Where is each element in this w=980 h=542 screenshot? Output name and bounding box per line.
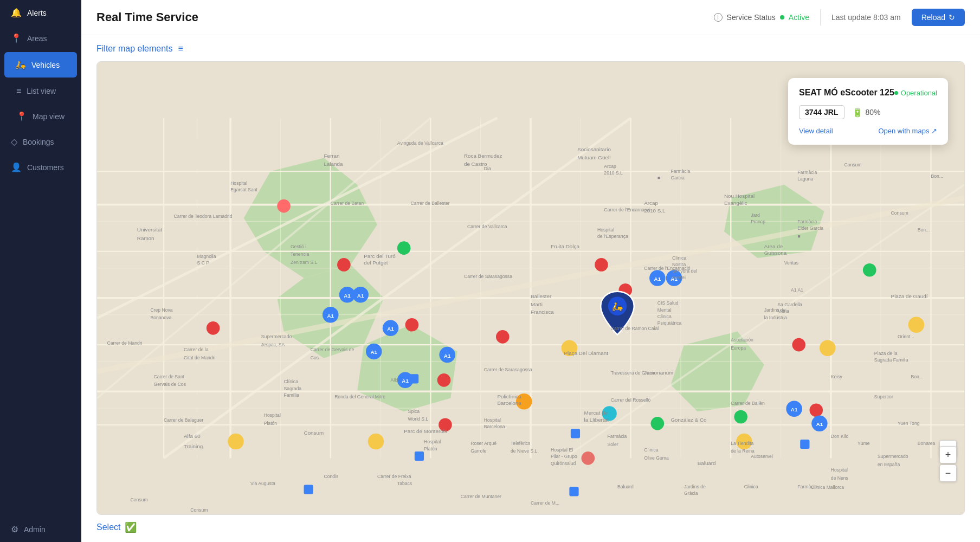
sidebar-item-map-view[interactable]: 📍 Map view xyxy=(0,104,81,129)
svg-point-59 xyxy=(207,321,220,335)
sidebar-item-list-view[interactable]: ≡ List view xyxy=(0,79,81,104)
svg-rect-65 xyxy=(571,429,580,438)
svg-text:Bon...: Bon... xyxy=(918,227,930,233)
svg-text:La Tiendita: La Tiendita xyxy=(731,441,753,446)
svg-text:Consum: Consum xyxy=(891,210,908,216)
svg-text:Pilar - Grupo: Pilar - Grupo xyxy=(551,454,577,459)
svg-text:Egarsat Sant: Egarsat Sant xyxy=(230,187,257,192)
filter-map-text[interactable]: Filter map elements xyxy=(96,44,173,54)
sidebar-item-bookings-label: Bookings xyxy=(23,138,54,146)
zoom-out-button[interactable]: − xyxy=(939,464,957,482)
svg-text:Farmàcia: Farmàcia xyxy=(608,434,627,439)
svg-text:Gràcia: Gràcia xyxy=(684,491,698,496)
svg-point-50 xyxy=(437,373,451,387)
svg-text:Mental: Mental xyxy=(657,307,672,313)
sidebar-item-bookings[interactable]: ◇ Bookings xyxy=(0,129,81,154)
svg-text:Clinica: Clinica xyxy=(657,314,672,319)
battery-info: 🔋 80% xyxy=(852,107,881,118)
page-header: Real Time Service i Service Status Activ… xyxy=(81,0,980,35)
svg-point-57 xyxy=(582,451,595,465)
svg-text:Citat de Mandri: Citat de Mandri xyxy=(184,355,215,360)
svg-text:Carrer de Muntaner: Carrer de Muntaner xyxy=(461,494,501,499)
svg-text:Carrer de l'Encarnació: Carrer de l'Encarnació xyxy=(604,207,650,212)
svg-point-63 xyxy=(863,263,876,277)
svg-text:Ramon: Ramon xyxy=(137,235,154,241)
popup-links: View detail Open with maps ↗ xyxy=(799,127,937,135)
map-background: A1 A1 A1 A1 xyxy=(97,62,964,514)
check-circle-icon: ✅ xyxy=(125,521,137,533)
svg-point-58 xyxy=(277,199,291,213)
svg-text:Albi: Albi xyxy=(391,377,398,383)
svg-text:Carrer de Freixa: Carrer de Freixa xyxy=(377,474,411,479)
svg-text:Supermercado: Supermercado xyxy=(878,454,908,459)
svg-rect-67 xyxy=(304,485,313,494)
sidebar-item-vehicles[interactable]: 🛵 Vehicles xyxy=(4,52,77,78)
svg-text:Area de: Area de xyxy=(764,243,783,249)
sidebar-item-areas-label: Areas xyxy=(27,34,47,43)
svg-text:A1: A1 xyxy=(387,326,394,332)
svg-text:Crep Nova: Crep Nova xyxy=(150,307,172,313)
svg-text:Autoservei: Autoservei xyxy=(751,454,773,459)
svg-text:Carrer de Teodora Lamadrid: Carrer de Teodora Lamadrid xyxy=(174,214,233,219)
svg-text:Carrer de Ramon Caial: Carrer de Ramon Caial xyxy=(611,326,659,331)
svg-text:Policlínica: Policlínica xyxy=(497,393,521,399)
svg-text:Clínica: Clínica xyxy=(672,255,687,261)
svg-text:A1: A1 xyxy=(370,349,377,355)
svg-text:Arcap: Arcap xyxy=(644,200,658,206)
svg-text:Telefèrics: Telefèrics xyxy=(511,441,530,446)
svg-text:Bon...: Bon... xyxy=(931,173,943,179)
svg-text:■: ■ xyxy=(657,175,660,180)
sidebar-item-customers-label: Customers xyxy=(27,163,64,172)
reload-button[interactable]: Reload ↻ xyxy=(912,9,965,26)
page-title: Real Time Service xyxy=(96,10,198,24)
svg-text:🛵: 🛵 xyxy=(611,301,623,312)
zoom-in-button[interactable]: + xyxy=(939,446,957,463)
svg-text:González & Co: González & Co xyxy=(670,417,707,423)
svg-rect-68 xyxy=(415,451,424,461)
svg-text:Universitat: Universitat xyxy=(137,227,163,233)
svg-text:Farmàcia: Farmàcia xyxy=(797,170,817,175)
svg-text:Clínica: Clínica xyxy=(284,379,299,384)
svg-text:Consum: Consum xyxy=(190,507,208,513)
vehicle-icon: 🛵 xyxy=(15,60,26,70)
sidebar-item-admin[interactable]: ⚙ Admin xyxy=(0,517,81,542)
sidebar-item-areas[interactable]: 📍 Areas xyxy=(0,25,81,51)
svg-text:Cos: Cos xyxy=(311,355,319,360)
svg-text:Don Kilo: Don Kilo xyxy=(831,434,849,439)
sidebar-item-customers[interactable]: 👤 Customers xyxy=(0,154,81,180)
svg-point-48 xyxy=(337,258,351,272)
header-right: i Service Status Active Last update 8:03… xyxy=(714,9,965,26)
svg-text:Sa Gardella: Sa Gardella xyxy=(777,302,802,307)
service-status-label: Service Status xyxy=(727,13,776,22)
svg-text:Yüme: Yüme xyxy=(858,441,870,446)
popup-details: 3744 JRL 🔋 80% xyxy=(799,105,937,119)
map-container[interactable]: A1 A1 A1 A1 xyxy=(96,61,965,515)
svg-text:Carrer de Mandri: Carrer de Mandri xyxy=(107,340,142,346)
open-maps-link[interactable]: Open with maps ↗ xyxy=(878,127,937,135)
svg-text:Carrer de Ballester: Carrer de Ballester xyxy=(410,201,449,206)
sidebar-item-alerts[interactable]: 🔔 Alerts xyxy=(0,0,81,25)
svg-text:Baluard: Baluard xyxy=(698,460,716,466)
svg-text:Asociación: Asociación xyxy=(731,337,753,343)
map-icon: 📍 xyxy=(16,111,27,121)
svg-text:Alfa 60: Alfa 60 xyxy=(184,433,201,439)
svg-text:Plaza de Gaudí: Plaza de Gaudí xyxy=(891,293,928,299)
svg-text:Clinica: Clinica xyxy=(744,484,758,489)
svg-text:Supermercado: Supermercado xyxy=(261,334,292,339)
select-text[interactable]: Select xyxy=(96,522,120,532)
location-pin-icon: 📍 xyxy=(11,33,22,43)
sidebar-item-list-label: List view xyxy=(27,87,56,95)
service-status: i Service Status Active xyxy=(714,13,809,22)
list-icon: ≡ xyxy=(16,86,21,96)
svg-text:en España: en España xyxy=(878,462,900,467)
svg-text:Marti: Marti xyxy=(531,301,543,307)
svg-text:Platón: Platón xyxy=(424,446,437,451)
popup-status-text: Operational xyxy=(901,89,937,97)
svg-text:de l'Esperança: de l'Esperança xyxy=(597,234,628,239)
svg-text:Condis: Condis xyxy=(324,474,338,479)
svg-text:A1: A1 xyxy=(791,406,798,412)
svg-text:Barcelona: Barcelona xyxy=(497,400,521,406)
svg-text:Arcap: Arcap xyxy=(604,164,616,169)
filter-icon[interactable]: ≡ xyxy=(178,44,183,54)
view-detail-link[interactable]: View detail xyxy=(799,127,833,135)
